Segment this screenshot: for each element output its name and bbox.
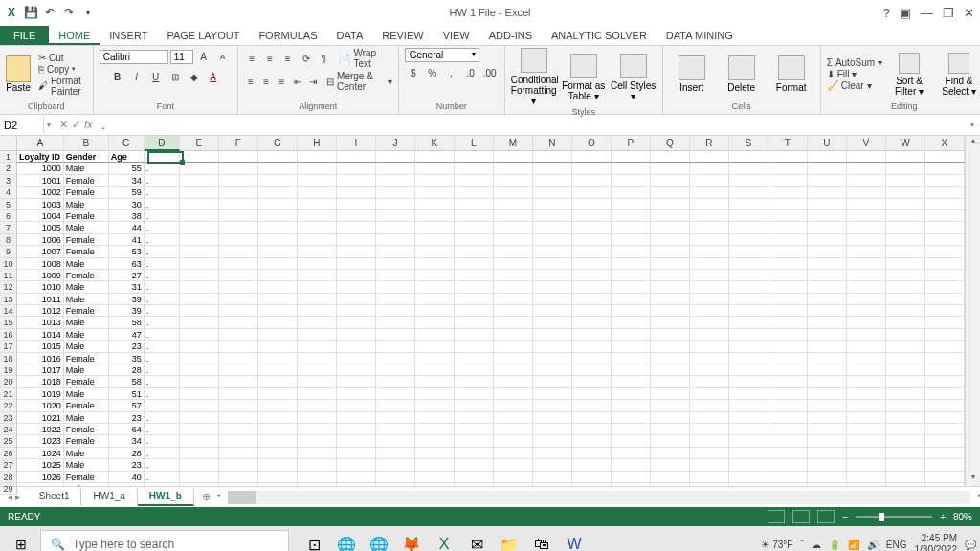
autosum-button[interactable]: Σ AutoSum ▾ xyxy=(827,57,882,68)
cell[interactable] xyxy=(298,199,337,210)
cell[interactable] xyxy=(258,294,298,305)
cell[interactable] xyxy=(925,317,965,328)
font-size-select[interactable]: 11 xyxy=(170,50,193,64)
cell[interactable] xyxy=(258,187,298,198)
cell[interactable] xyxy=(219,376,258,387)
cell[interactable] xyxy=(886,199,925,210)
cell[interactable] xyxy=(925,199,965,210)
cell[interactable] xyxy=(298,163,337,174)
cell[interactable]: 1004 xyxy=(17,210,64,222)
cell[interactable] xyxy=(768,151,808,163)
cell[interactable] xyxy=(180,210,219,222)
cell[interactable]: 1003 xyxy=(17,199,64,210)
cell[interactable]: Male xyxy=(64,483,109,486)
cell[interactable] xyxy=(847,388,886,400)
cell[interactable] xyxy=(376,246,415,257)
cell[interactable] xyxy=(651,294,690,305)
cell[interactable] xyxy=(494,459,533,471)
cell[interactable] xyxy=(690,234,729,246)
battery-icon[interactable]: 🔋 xyxy=(829,540,840,550)
cell[interactable] xyxy=(455,412,494,424)
cell[interactable] xyxy=(768,305,808,317)
edge-icon[interactable]: 🌐 xyxy=(366,531,392,551)
cell[interactable] xyxy=(494,281,533,293)
tab-review[interactable]: REVIEW xyxy=(372,26,433,45)
cell[interactable] xyxy=(219,329,258,341)
cell[interactable] xyxy=(651,151,690,163)
row-header[interactable]: 3 xyxy=(0,175,17,187)
cell[interactable] xyxy=(690,270,729,281)
cell[interactable] xyxy=(298,435,337,447)
wrap-text-button[interactable]: 📄Wrap Text xyxy=(339,48,391,69)
cell[interactable] xyxy=(494,199,533,210)
cell[interactable] xyxy=(533,258,572,270)
cell[interactable] xyxy=(494,258,533,270)
cell[interactable] xyxy=(180,294,219,305)
cell[interactable] xyxy=(925,353,965,364)
cell[interactable] xyxy=(729,435,768,447)
cell[interactable] xyxy=(886,210,925,222)
cell[interactable] xyxy=(415,187,455,198)
cell[interactable] xyxy=(415,353,455,364)
number-format-select[interactable]: General xyxy=(405,48,479,62)
cell[interactable] xyxy=(376,187,415,198)
cell[interactable] xyxy=(847,341,886,352)
cell[interactable] xyxy=(572,483,612,486)
cell[interactable] xyxy=(886,483,925,486)
cell[interactable]: 58 xyxy=(109,317,145,328)
cell[interactable]: . xyxy=(145,294,180,305)
cell[interactable] xyxy=(768,376,808,387)
cell[interactable]: Male xyxy=(64,258,109,270)
cell[interactable] xyxy=(572,270,612,281)
cell[interactable] xyxy=(690,151,729,163)
cell[interactable] xyxy=(376,459,415,471)
cell[interactable] xyxy=(729,400,768,411)
cell[interactable] xyxy=(415,175,455,187)
cell[interactable] xyxy=(337,376,376,387)
cell[interactable]: Female xyxy=(64,353,109,364)
cell[interactable] xyxy=(886,222,925,233)
cell[interactable] xyxy=(768,329,808,341)
cell[interactable]: 1021 xyxy=(17,412,64,424)
cell[interactable] xyxy=(612,163,651,174)
cell[interactable]: . xyxy=(145,305,180,317)
row-header[interactable]: 6 xyxy=(0,210,17,222)
cell[interactable] xyxy=(494,364,533,376)
cell[interactable] xyxy=(298,329,337,341)
cell[interactable] xyxy=(258,459,298,471)
cell[interactable] xyxy=(455,175,494,187)
cell[interactable] xyxy=(415,388,455,400)
cell[interactable]: 38 xyxy=(109,210,145,222)
cell[interactable] xyxy=(768,234,808,246)
cell[interactable]: Male xyxy=(64,281,109,293)
cell[interactable] xyxy=(925,210,965,222)
row-header[interactable]: 16 xyxy=(0,329,17,341)
cell[interactable] xyxy=(572,246,612,257)
cell[interactable] xyxy=(298,400,337,411)
cell[interactable]: . xyxy=(145,341,180,352)
cell[interactable]: 1016 xyxy=(17,353,64,364)
cell[interactable] xyxy=(376,376,415,387)
cell[interactable]: Male xyxy=(64,459,109,471)
row-header[interactable]: 24 xyxy=(0,424,17,435)
cell[interactable] xyxy=(729,234,768,246)
bold-button[interactable]: B xyxy=(109,68,126,85)
cell[interactable] xyxy=(729,281,768,293)
cell[interactable] xyxy=(729,376,768,387)
cell[interactable] xyxy=(808,424,847,435)
cell[interactable] xyxy=(768,294,808,305)
store-icon[interactable]: 🛍 xyxy=(528,531,555,551)
column-header-P[interactable]: P xyxy=(612,136,651,151)
cell[interactable] xyxy=(494,448,533,459)
cell[interactable] xyxy=(376,448,415,459)
cell[interactable] xyxy=(494,305,533,317)
cell[interactable]: 1027 xyxy=(17,483,64,486)
cell[interactable] xyxy=(180,388,219,400)
cell[interactable]: 23 xyxy=(109,341,145,352)
row-header[interactable]: 11 xyxy=(0,270,17,281)
orientation-icon[interactable]: ⟳ xyxy=(298,50,314,67)
cell[interactable] xyxy=(612,388,651,400)
cell[interactable] xyxy=(651,175,690,187)
cell[interactable] xyxy=(886,376,925,387)
cell[interactable] xyxy=(415,448,455,459)
